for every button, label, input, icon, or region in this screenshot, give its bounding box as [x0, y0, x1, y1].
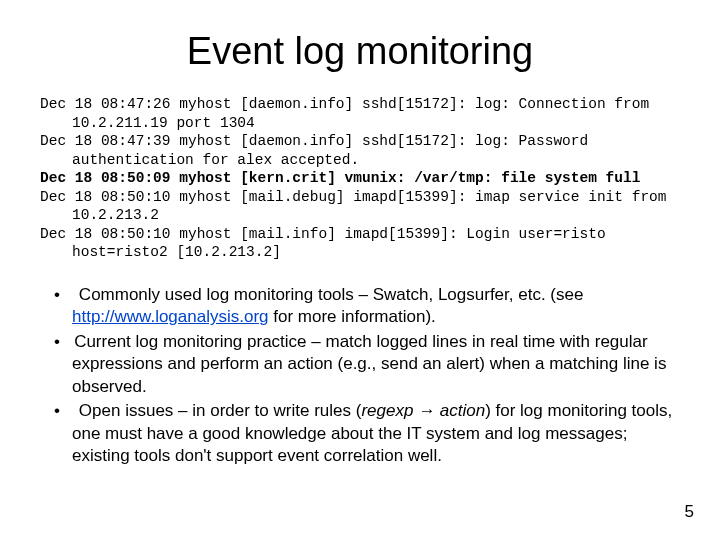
- log-line: Dec 18 08:47:39 myhost [daemon.info] ssh…: [40, 132, 680, 169]
- slide-title: Event log monitoring: [40, 30, 680, 73]
- log-line: Dec 18 08:47:26 myhost [daemon.info] ssh…: [40, 95, 680, 132]
- log-line: Dec 18 08:50:10 myhost [mail.debug] imap…: [40, 188, 680, 225]
- bullet-text: Open issues – in order to write rules (: [79, 401, 362, 420]
- bullet-text: Commonly used log monitoring tools – Swa…: [79, 285, 584, 304]
- rule-expression: regexp → action: [361, 401, 485, 420]
- log-line-critical: Dec 18 08:50:09 myhost [kern.crit] vmuni…: [40, 169, 680, 188]
- log-block: Dec 18 08:47:26 myhost [daemon.info] ssh…: [40, 95, 680, 262]
- bullet-item-open-issues: Open issues – in order to write rules (r…: [44, 400, 680, 467]
- log-line: Dec 18 08:50:10 myhost [mail.info] imapd…: [40, 225, 680, 262]
- loganalysis-link[interactable]: http://www.loganalysis.org: [72, 307, 269, 326]
- bullet-text: for more information).: [269, 307, 436, 326]
- bullet-item-tools: Commonly used log monitoring tools – Swa…: [44, 284, 680, 329]
- page-number: 5: [685, 502, 694, 522]
- slide: Event log monitoring Dec 18 08:47:26 myh…: [0, 0, 720, 540]
- bullet-item-practice: Current log monitoring practice – match …: [44, 331, 680, 398]
- bullet-list: Commonly used log monitoring tools – Swa…: [40, 284, 680, 468]
